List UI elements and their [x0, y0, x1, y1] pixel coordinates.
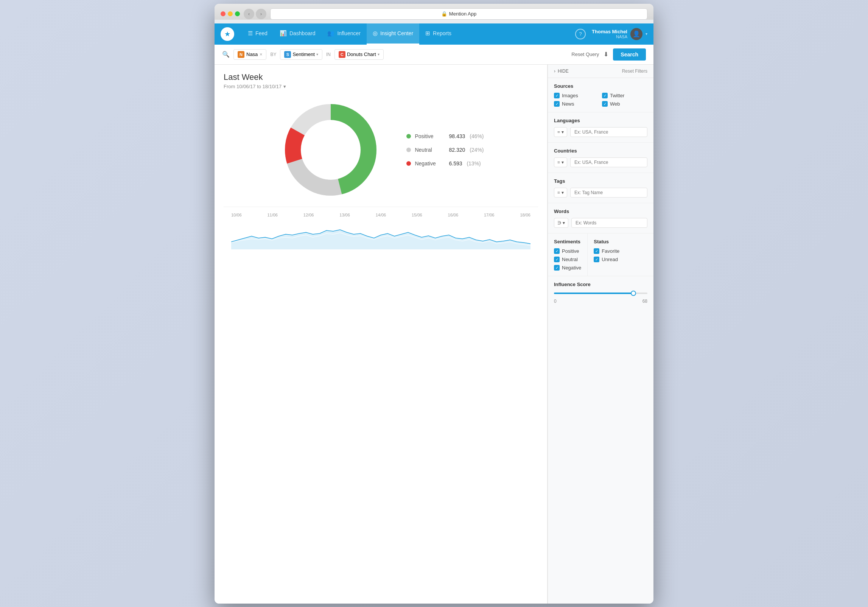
user-info[interactable]: Thomas Michel NASA 👤 ▾: [592, 28, 647, 40]
tags-operator[interactable]: = ▾: [554, 188, 567, 198]
words-operator[interactable]: ∋ ▾: [554, 218, 568, 228]
reset-filters-button[interactable]: Reset Filters: [622, 68, 647, 74]
donuts-filter-tag[interactable]: C Donuts Chart ▾: [334, 49, 384, 60]
search-button[interactable]: Search: [613, 48, 646, 61]
tl-label-3: 13/06: [339, 213, 350, 217]
user-org: NASA: [592, 34, 627, 39]
source-news[interactable]: News: [554, 101, 599, 107]
positive-value: 98.433 (46%): [449, 133, 484, 139]
close-button[interactable]: [221, 11, 226, 16]
source-images[interactable]: Images: [554, 93, 599, 98]
images-label: Images: [562, 93, 578, 98]
donut-chart: [278, 97, 384, 203]
reset-query-button[interactable]: Reset Query: [571, 51, 599, 57]
nav-item-influencer[interactable]: 👥 Influencer: [321, 23, 366, 45]
tags-title: Tags: [554, 178, 647, 184]
sentiment-tag-label: Sentiment: [292, 51, 315, 57]
neutral-pct: (24%): [470, 147, 484, 153]
web-checkbox[interactable]: [602, 101, 608, 107]
positive-pct: (46%): [470, 133, 484, 139]
nasa-filter-tag[interactable]: N Nasa ×: [233, 49, 266, 60]
influence-score-section: Influence Score 0 68: [548, 276, 653, 309]
languages-chevron-icon: ▾: [562, 129, 564, 135]
chart-area: Last Week From 10/06/17 to 18/10/17 ▾: [215, 65, 548, 604]
nav-item-feed[interactable]: ☰ Feed: [242, 23, 274, 45]
nasa-tag-close[interactable]: ×: [260, 52, 262, 57]
address-bar[interactable]: 🔒 Mention App: [270, 8, 647, 20]
nav-label-reports: Reports: [433, 30, 451, 36]
legend-positive: Positive 98.433 (46%): [406, 133, 484, 139]
status-unread[interactable]: Unread: [594, 257, 647, 262]
forward-arrow[interactable]: ›: [256, 9, 266, 19]
sources-section: Sources Images Twitter News: [548, 78, 653, 112]
browser-nav-arrows: ‹ ›: [244, 9, 266, 19]
filter-search-icon[interactable]: 🔍: [222, 51, 230, 58]
source-web[interactable]: Web: [602, 101, 647, 107]
hide-bar[interactable]: › HIDE Reset Filters: [548, 65, 653, 78]
help-button[interactable]: ?: [575, 29, 586, 39]
tl-label-5: 15/06: [412, 213, 422, 217]
nav-logo[interactable]: ★: [221, 27, 234, 41]
filter-bar: 🔍 N Nasa × BY S Sentiment ▾ IN C Donuts …: [215, 45, 653, 65]
tags-chevron-icon: ▾: [562, 190, 564, 195]
favorite-checkbox[interactable]: [594, 248, 599, 254]
browser-window: ‹ › 🔒 Mention App ★ ☰ Feed 📊 Das: [215, 4, 653, 604]
timeline-labels: 10/06 11/06 12/06 13/06 14/06 15/06 16/0…: [231, 211, 530, 219]
influencer-icon: 👥: [327, 30, 334, 37]
timeline-fill: [231, 230, 530, 249]
words-section: Words ∋ ▾: [548, 203, 653, 233]
status-col: Status Favorite Unread: [588, 233, 653, 276]
sentiment-negative[interactable]: Negative: [554, 265, 581, 271]
nav-item-insight-center[interactable]: ◎ Insight Center: [367, 23, 419, 45]
languages-operator[interactable]: = ▾: [554, 127, 567, 137]
tl-label-8: 18/06: [520, 213, 530, 217]
news-checkbox[interactable]: [554, 101, 560, 107]
nav-right: ? Thomas Michel NASA 👤 ▾: [575, 28, 647, 40]
slider-thumb[interactable]: [631, 291, 636, 296]
sentiment-filter-tag[interactable]: S Sentiment ▾: [280, 49, 322, 60]
sentiments-col: Sentiments Positive Neutral: [548, 233, 588, 276]
unread-checkbox[interactable]: [594, 257, 599, 262]
source-twitter[interactable]: Twitter: [602, 93, 647, 98]
languages-input[interactable]: [570, 127, 647, 137]
countries-operator[interactable]: = ▾: [554, 157, 567, 167]
neutral-dot: [406, 148, 411, 152]
nav-item-dashboard[interactable]: 📊 Dashboard: [274, 23, 322, 45]
sentiments-title: Sentiments: [554, 239, 581, 244]
donuts-chevron-icon: ▾: [378, 52, 380, 56]
sources-title: Sources: [554, 83, 647, 89]
sentiment-neutral-checkbox[interactable]: [554, 257, 560, 262]
status-favorite[interactable]: Favorite: [594, 248, 647, 254]
main-content: Last Week From 10/06/17 to 18/10/17 ▾: [215, 65, 653, 604]
tl-label-2: 12/06: [303, 213, 314, 217]
maximize-button[interactable]: [235, 11, 240, 16]
words-input[interactable]: [571, 218, 647, 228]
countries-input[interactable]: [570, 157, 647, 167]
nav-label-feed: Feed: [255, 30, 268, 36]
download-button[interactable]: ⬇: [604, 51, 608, 58]
slider-track: [554, 293, 647, 294]
unread-label: Unread: [602, 257, 618, 262]
chevron-left-icon: ›: [554, 68, 555, 74]
words-title: Words: [554, 209, 647, 214]
influence-slider[interactable]: [554, 291, 647, 296]
tags-filter-row: = ▾: [554, 188, 647, 198]
chart-subtitle[interactable]: From 10/06/17 to 18/10/17 ▾: [224, 84, 538, 89]
sentiment-negative-checkbox[interactable]: [554, 265, 560, 271]
status-title: Status: [594, 239, 647, 244]
chart-title: Last Week: [224, 72, 538, 82]
nasa-tag-label: Nasa: [246, 51, 258, 57]
sentiment-tag-icon: S: [284, 51, 291, 58]
nav-item-reports[interactable]: ⊞ Reports: [419, 23, 457, 45]
nav-label-insight-center: Insight Center: [380, 30, 413, 36]
twitter-checkbox[interactable]: [602, 93, 608, 98]
images-checkbox[interactable]: [554, 93, 560, 98]
back-arrow[interactable]: ‹: [244, 9, 254, 19]
tl-label-6: 16/06: [448, 213, 459, 217]
sentiment-neutral[interactable]: Neutral: [554, 257, 581, 262]
tags-input[interactable]: [570, 188, 647, 198]
sentiment-positive-checkbox[interactable]: [554, 248, 560, 254]
sentiment-positive[interactable]: Positive: [554, 248, 581, 254]
minimize-button[interactable]: [228, 11, 233, 16]
sentiment-positive-label: Positive: [562, 248, 579, 254]
